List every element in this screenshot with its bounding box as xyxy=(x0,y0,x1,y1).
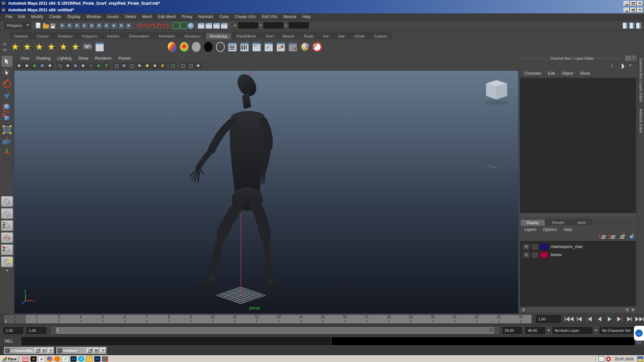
timeline-frame-3[interactable]: 3 xyxy=(48,315,70,323)
layer-list-scrollbar[interactable] xyxy=(520,307,636,312)
select-hierarchy-icon[interactable] xyxy=(59,22,66,29)
statusline-separator[interactable] xyxy=(229,22,230,29)
attribute-editor-toggle-icon[interactable] xyxy=(623,22,628,29)
animation-start-field[interactable]: 1.00 xyxy=(3,327,23,334)
menu-proxy[interactable]: Proxy xyxy=(179,14,196,19)
minimized-window-file-browser[interactable]: m C:\Users\Ma... × xyxy=(4,347,54,354)
soft-modification-tool[interactable] xyxy=(2,136,12,146)
command-line-language-button[interactable]: MEL xyxy=(0,339,21,344)
point-light-icon[interactable] xyxy=(9,40,21,54)
maximize-button[interactable] xyxy=(630,1,636,6)
z-coord-input[interactable] xyxy=(289,22,309,28)
mirc-light-icon[interactable]: @ xyxy=(38,356,45,362)
black-shader-icon[interactable] xyxy=(203,40,214,54)
y-coord-input[interactable] xyxy=(263,22,283,28)
panel-close-icon[interactable] xyxy=(631,56,637,61)
render-view-icon[interactable] xyxy=(198,23,205,29)
render-view-icon[interactable] xyxy=(227,40,238,54)
isolate-blue-cube-icon[interactable] xyxy=(121,63,128,69)
xray-cube-icon[interactable] xyxy=(180,63,186,69)
isolate-cube-alt-icon[interactable] xyxy=(129,63,136,69)
close-button[interactable]: × xyxy=(637,1,643,6)
channel-box-menu-show[interactable]: Show xyxy=(577,71,593,76)
ambient-light-icon[interactable] xyxy=(58,40,69,54)
range-end-handle[interactable] xyxy=(494,327,498,334)
paint-assign-icon[interactable] xyxy=(299,40,311,54)
mask-deformations-icon[interactable] xyxy=(103,22,110,29)
toolbox-more-icon[interactable] xyxy=(6,270,8,272)
render-current-frame-icon[interactable] xyxy=(205,23,212,29)
timeline-frame-6[interactable]: 6 xyxy=(114,315,136,323)
layer-visibility-toggle[interactable]: V xyxy=(523,252,530,258)
scroll-right-icon[interactable] xyxy=(630,307,636,312)
select-highlight-icon[interactable] xyxy=(170,63,176,69)
maximize-icon[interactable] xyxy=(94,348,99,353)
viewport-3d-canvas[interactable]: FRONT RIGHT y x persp xyxy=(14,70,519,314)
selection-mode-dropdown[interactable]: Polygons xyxy=(4,22,31,29)
layer-type-box[interactable] xyxy=(531,252,539,258)
select-object-icon[interactable] xyxy=(66,22,73,29)
lambert-material-icon[interactable] xyxy=(130,40,142,54)
statusline-separator[interactable] xyxy=(56,22,58,29)
winrar-icon[interactable] xyxy=(102,356,108,362)
scene-window-titlebar[interactable]: m Autodesk Maya 2011 x64: untitled* × xyxy=(0,7,644,13)
key-light-icon[interactable] xyxy=(160,63,166,69)
timeline-frame-9[interactable]: 9 xyxy=(180,315,202,323)
menu-window[interactable]: Window xyxy=(84,14,104,19)
firefox-icon[interactable] xyxy=(47,356,53,362)
menu-display[interactable]: Display xyxy=(64,14,83,19)
material-sample-window-icon[interactable] xyxy=(94,40,105,54)
maximize-icon[interactable] xyxy=(41,348,47,353)
select-component-icon[interactable] xyxy=(74,22,80,29)
menu-file[interactable]: File xyxy=(3,14,15,19)
shelf-tab-fluids[interactable]: Fluids xyxy=(300,33,318,39)
timeline-frame-19[interactable]: 19 xyxy=(400,315,422,323)
mask-points-icon[interactable] xyxy=(81,22,88,29)
menu-muscle[interactable]: Muscle xyxy=(280,14,299,19)
timeline-frame-21[interactable]: 21 xyxy=(444,315,466,323)
smooth-shade-icon[interactable] xyxy=(65,63,71,69)
close-icon[interactable]: × xyxy=(100,348,106,353)
shelf-tab-toon[interactable]: Toon xyxy=(261,33,278,39)
universal-manipulator-tool[interactable] xyxy=(2,124,12,135)
step-forward-frame-icon[interactable] xyxy=(625,315,634,323)
paint-select-tool[interactable] xyxy=(2,79,12,89)
mirc-dark-icon[interactable]: @ xyxy=(31,356,37,362)
shelf-tab-custom[interactable]: Custom xyxy=(370,33,391,39)
texture-letter-icon[interactable] xyxy=(103,63,110,69)
viewport-menu-lighting[interactable]: Lighting xyxy=(54,56,74,61)
teamviewer-panel-handle[interactable]: ↔ xyxy=(634,326,644,341)
shelf-tab-muscle[interactable]: Muscle xyxy=(278,33,299,39)
select-tool[interactable] xyxy=(2,56,12,67)
timeline-frame-10[interactable]: 10 xyxy=(202,315,224,323)
shelf-tab-ncloth[interactable]: nCloth xyxy=(350,33,369,39)
shelf-tab-menu-icon[interactable] xyxy=(2,42,8,47)
mask-surfaces-icon[interactable] xyxy=(96,22,103,29)
hypergraph-persp-layout[interactable] xyxy=(1,244,13,255)
playback-range-bar[interactable]: 1 24 xyxy=(51,326,499,335)
textured-icon[interactable] xyxy=(88,63,95,69)
close-icon[interactable]: × xyxy=(48,348,53,353)
save-scene-icon[interactable] xyxy=(50,23,55,28)
timeline-frame-15[interactable]: 15 xyxy=(312,315,334,323)
statusline-separator[interactable] xyxy=(133,22,135,29)
skype-icon[interactable]: S xyxy=(78,356,84,362)
menu-create[interactable]: Create xyxy=(46,14,64,19)
open-scene-icon[interactable] xyxy=(43,24,49,28)
timeline-frame-18[interactable]: 18 xyxy=(378,315,400,323)
camera-icon[interactable] xyxy=(82,40,93,54)
mask-misc-icon[interactable] xyxy=(125,22,132,29)
layered-display-icon[interactable] xyxy=(187,63,194,69)
timeline-frame-20[interactable]: 20 xyxy=(422,315,444,323)
vray-icon[interactable]: V xyxy=(62,356,69,362)
go-to-end-icon[interactable] xyxy=(635,315,644,323)
restore-icon[interactable] xyxy=(87,348,92,353)
menu-color[interactable]: Color xyxy=(216,14,232,19)
shelf-tab-hair[interactable]: Hair xyxy=(334,33,349,39)
viewport-menu-renderer[interactable]: Renderer xyxy=(92,56,115,61)
toggle-speed-icon[interactable] xyxy=(619,63,625,68)
blender-icon[interactable] xyxy=(54,356,60,362)
checker-ball-icon[interactable] xyxy=(137,63,143,69)
layer-editor-menu-help[interactable]: Help xyxy=(560,227,575,232)
channel-box-menu-channels[interactable]: Channels xyxy=(521,71,545,76)
